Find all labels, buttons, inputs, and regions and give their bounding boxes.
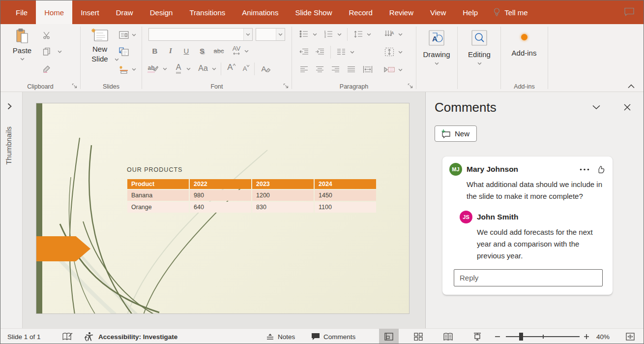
tab-review[interactable]: Review	[381, 0, 422, 24]
new-comment-button[interactable]: New	[435, 125, 477, 142]
align-left-button[interactable]	[298, 63, 310, 75]
reset-slide-button[interactable]	[118, 46, 130, 58]
strikethrough-button[interactable]: abc	[213, 45, 225, 57]
change-case-button[interactable]: Aa	[197, 63, 209, 74]
align-right-button[interactable]	[329, 63, 341, 75]
numbering-dropdown-chevron-icon[interactable]	[337, 33, 342, 36]
columns-dropdown-chevron-icon[interactable]	[350, 51, 354, 54]
text-direction-dropdown-chevron-icon[interactable]	[398, 33, 403, 36]
copy-dropdown-chevron-icon[interactable]	[58, 50, 62, 53]
smartart-dropdown-chevron-icon[interactable]	[398, 68, 403, 71]
fit-slide-to-window-button[interactable]	[626, 329, 635, 344]
zoom-level[interactable]: 40%	[596, 329, 610, 344]
bold-button[interactable]: B	[149, 45, 161, 57]
section-button[interactable]	[118, 63, 130, 75]
tab-file[interactable]: File	[7, 0, 36, 24]
tell-me-button[interactable]: Tell me	[486, 0, 535, 24]
editing-button[interactable]: Editing	[464, 28, 495, 65]
convert-to-smartart-button[interactable]	[383, 63, 395, 75]
spell-check-button[interactable]	[62, 329, 73, 344]
clipboard-dialog-launcher[interactable]	[71, 82, 78, 90]
zoom-in-button[interactable]	[584, 329, 589, 344]
align-text-button[interactable]	[383, 46, 395, 58]
slideshow-button[interactable]	[468, 329, 487, 344]
font-dialog-launcher[interactable]	[282, 82, 290, 90]
tab-insert[interactable]: Insert	[72, 0, 108, 24]
text-direction-button[interactable]: A	[383, 28, 395, 40]
text-shadow-button[interactable]: S	[196, 45, 208, 57]
zoom-out-button[interactable]	[495, 329, 500, 344]
notes-button[interactable]: Notes	[266, 329, 295, 344]
tab-slide-show[interactable]: Slide Show	[287, 0, 340, 24]
like-icon[interactable]	[596, 165, 606, 174]
numbering-button[interactable]	[322, 28, 334, 40]
highlight-dropdown-chevron-icon[interactable]	[163, 67, 167, 70]
tab-view[interactable]: View	[422, 0, 454, 24]
format-painter-button[interactable]	[41, 63, 53, 75]
bullets-button[interactable]	[298, 28, 310, 40]
paragraph-dialog-launcher[interactable]	[407, 82, 414, 90]
clear-formatting-button[interactable]: A	[260, 63, 272, 74]
line-spacing-button[interactable]	[352, 28, 364, 40]
font-color-dropdown-chevron-icon[interactable]	[186, 67, 191, 70]
menu-bar: File Home Insert Draw Design Transitions…	[0, 0, 644, 24]
slide-canvas[interactable]: OUR PRODUCTS Product 2022 2023 2024 Bana…	[23, 92, 425, 328]
slide-indicator[interactable]: Slide 1 of 1	[7, 329, 41, 344]
align-text-dropdown-chevron-icon[interactable]	[398, 51, 403, 54]
slide-title[interactable]: OUR PRODUCTS	[127, 166, 182, 173]
highlight-color-button[interactable]: ab	[147, 63, 159, 74]
addins-button[interactable]: Add-ins	[509, 31, 539, 58]
thumbnails-pane[interactable]: Thumbnails	[0, 92, 23, 328]
more-options-icon[interactable]	[580, 168, 589, 171]
tab-draw[interactable]: Draw	[108, 0, 142, 24]
zoom-slider-handle[interactable]	[519, 333, 523, 341]
reading-view-button[interactable]	[438, 329, 458, 344]
italic-button[interactable]: I	[165, 45, 176, 57]
collapse-ribbon-button[interactable]	[628, 84, 635, 89]
close-comments-button[interactable]	[624, 104, 631, 111]
cut-button[interactable]	[41, 29, 53, 41]
comment-card[interactable]: MJ Mary Johnson What additional data sho…	[442, 156, 613, 295]
tab-home[interactable]: Home	[36, 0, 72, 24]
layout-dropdown-chevron-icon[interactable]	[132, 33, 136, 36]
decrease-indent-button[interactable]	[298, 46, 310, 58]
section-dropdown-chevron-icon[interactable]	[132, 68, 136, 71]
tab-record[interactable]: Record	[340, 0, 381, 24]
tab-design[interactable]: Design	[142, 0, 181, 24]
copy-button[interactable]	[41, 46, 53, 58]
tab-animations[interactable]: Animations	[234, 0, 287, 24]
line-spacing-dropdown-chevron-icon[interactable]	[367, 33, 371, 36]
increase-indent-button[interactable]	[314, 46, 325, 58]
accessibility-checker-button[interactable]: Accessibility: Investigate	[84, 329, 177, 344]
new-slide-button[interactable]: New Slide	[85, 28, 115, 64]
slide[interactable]: OUR PRODUCTS Product 2022 2023 2024 Bana…	[36, 103, 410, 314]
font-size-combobox[interactable]	[256, 28, 285, 41]
slide-table[interactable]: Product 2022 2023 2024 Banana 980 1200 1…	[126, 178, 377, 214]
decrease-font-size-button[interactable]: A	[240, 63, 252, 74]
font-name-combobox[interactable]	[148, 28, 253, 41]
reply-input[interactable]	[454, 269, 603, 286]
underline-button[interactable]: U	[180, 45, 192, 57]
paste-button[interactable]: Paste	[7, 28, 37, 61]
columns-button[interactable]	[335, 46, 347, 58]
tab-transitions[interactable]: Transitions	[181, 0, 234, 24]
justify-button[interactable]	[345, 63, 357, 75]
comments-button[interactable]: Comments	[311, 329, 355, 344]
distribute-text-button[interactable]	[362, 63, 374, 75]
bullets-dropdown-chevron-icon[interactable]	[313, 33, 317, 36]
font-color-button[interactable]: A	[173, 63, 184, 74]
expand-thumbnails-button[interactable]	[7, 103, 12, 110]
change-case-dropdown-chevron-icon[interactable]	[212, 67, 216, 70]
slide-sorter-button[interactable]	[409, 329, 428, 344]
character-spacing-button[interactable]: AV	[231, 44, 242, 56]
feedback-button[interactable]	[624, 7, 635, 17]
collapse-comments-button[interactable]	[592, 105, 600, 110]
increase-font-size-button[interactable]: A	[226, 62, 237, 73]
drawing-button[interactable]: A Drawing	[421, 28, 452, 65]
normal-view-button[interactable]	[379, 329, 399, 344]
slide-layout-button[interactable]	[118, 29, 130, 41]
align-center-button[interactable]	[314, 63, 325, 75]
tab-help[interactable]: Help	[454, 0, 486, 24]
spacing-dropdown-chevron-icon[interactable]	[244, 50, 249, 53]
zoom-slider[interactable]	[506, 329, 580, 344]
